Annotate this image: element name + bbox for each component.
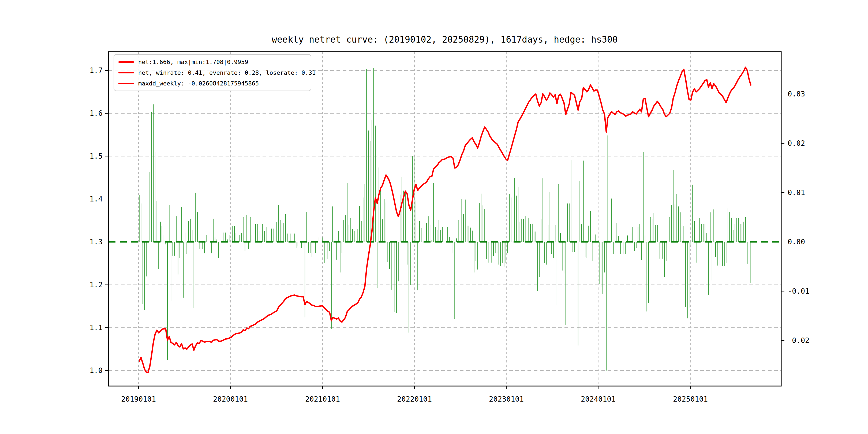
right-tick-label: 0.01 [787,188,805,197]
x-tick-label: 20220101 [397,395,432,403]
net-line-swatch [118,83,134,84]
legend-label: net, winrate: 0.41, evenrate: 0.28, lose… [138,69,316,76]
net-line-swatch [118,61,134,63]
legend-item-net: net:1.666, max|min:1.708|0.9959 [118,57,307,66]
left-tick-label: 1.0 [90,366,103,374]
left-tick-label: 1.1 [90,323,103,332]
legend-item-winrate: net, winrate: 0.41, evenrate: 0.28, lose… [118,68,307,77]
left-tick-label: 1.5 [90,152,103,160]
left-tick-label: 1.4 [90,195,103,203]
net-line-swatch [118,72,134,73]
figure-canvas: 1.01.11.21.31.41.51.61.70.030.020.010.00… [0,0,868,434]
legend-label: net:1.666, max|min:1.708|0.9959 [138,59,248,65]
x-tick-label: 20210101 [305,395,340,403]
right-tick-label: 0.03 [787,90,805,98]
left-tick-label: 1.6 [90,109,103,117]
left-tick-label: 1.7 [90,66,103,74]
x-tick-label: 20200101 [213,395,248,403]
left-tick-label: 1.2 [90,280,103,289]
legend-item-maxdd: maxdd_weekly: -0.02608428175945865 [118,79,307,88]
x-tick-label: 20230101 [489,395,524,403]
right-tick-label: 0.02 [787,139,805,147]
right-tick-label: 0.00 [787,238,805,246]
legend-label: maxdd_weekly: -0.02608428175945865 [138,80,259,87]
right-tick-label: -0.01 [787,287,809,295]
left-tick-label: 1.3 [90,238,103,246]
x-tick-label: 20190101 [121,395,156,403]
right-tick-label: -0.02 [787,336,809,344]
x-tick-label: 20250101 [673,395,708,403]
chart-title: weekly netret curve: (20190102, 20250829… [272,34,618,45]
legend: net:1.666, max|min:1.708|0.9959 net, win… [114,54,311,91]
x-tick-label: 20240101 [581,395,616,403]
net-line [139,67,751,372]
